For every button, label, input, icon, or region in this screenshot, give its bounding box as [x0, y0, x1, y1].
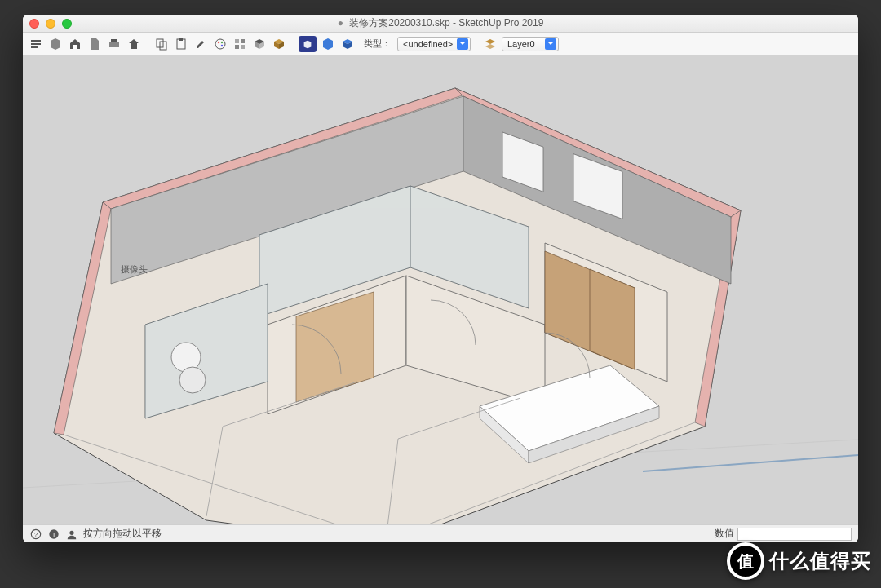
svg-point-41 [179, 367, 206, 393]
svg-text:?: ? [34, 530, 38, 537]
value-input[interactable] [737, 528, 852, 541]
scene-label-camera: 摄像头 [121, 264, 148, 274]
palette-icon[interactable] [212, 36, 228, 52]
chevron-down-icon [545, 38, 556, 50]
components-icon[interactable] [47, 36, 64, 52]
layers-icon[interactable] [482, 36, 498, 52]
user-icon[interactable] [65, 528, 78, 541]
info-icon[interactable]: i [47, 528, 60, 541]
materials-icon[interactable] [232, 36, 248, 52]
svg-rect-0 [109, 42, 119, 47]
svg-rect-1 [111, 39, 117, 42]
type-select-value: <undefined> [403, 39, 453, 49]
svg-rect-13 [241, 45, 245, 49]
svg-text:i: i [53, 530, 55, 537]
cube-icon[interactable] [271, 36, 287, 52]
paste-icon[interactable] [173, 36, 189, 52]
watermark: 值 什么值得买 [727, 542, 871, 580]
watermark-badge: 值 [727, 542, 764, 580]
print-icon[interactable] [106, 36, 122, 52]
watermark-text: 什么值得买 [769, 548, 871, 574]
layer-select[interactable]: Layer0 [502, 37, 559, 51]
svg-point-46 [69, 530, 73, 534]
box-icon[interactable] [339, 36, 356, 52]
statusbar-hint: 按方向拖动以平移 [83, 527, 162, 541]
svg-point-8 [221, 41, 223, 42]
zoom-button[interactable] [62, 19, 72, 29]
paint-icon[interactable] [193, 36, 209, 52]
svg-rect-10 [235, 39, 239, 43]
svg-point-7 [218, 41, 219, 42]
svg-rect-5 [179, 38, 183, 41]
svg-rect-12 [235, 45, 239, 49]
chevron-down-icon [457, 38, 468, 50]
toolbar: 类型： <undefined> Layer0 [23, 33, 858, 55]
minimize-button[interactable] [46, 19, 55, 29]
titlebar: ● 装修方案20200310.skp - SketchUp Pro 2019 [23, 15, 858, 33]
layer-select-value: Layer0 [507, 39, 535, 49]
svg-point-6 [215, 39, 225, 49]
app-window: ● 装修方案20200310.skp - SketchUp Pro 2019 类… [23, 15, 858, 542]
model-info-icon[interactable] [28, 36, 44, 52]
block-icon[interactable] [251, 36, 268, 52]
help-icon[interactable]: ? [29, 528, 42, 541]
type-label: 类型： [364, 38, 391, 50]
value-label: 数值 [715, 527, 734, 541]
house-icon[interactable] [67, 36, 83, 52]
window-controls [29, 19, 72, 29]
home-icon[interactable] [126, 36, 142, 52]
3dwarehouse-icon[interactable] [299, 36, 317, 52]
unsaved-indicator: ● [338, 17, 343, 29]
copy-icon[interactable] [153, 36, 170, 52]
svg-point-9 [221, 44, 223, 46]
file-icon[interactable] [86, 36, 103, 52]
svg-rect-11 [241, 39, 245, 43]
window-title: ● 装修方案20200310.skp - SketchUp Pro 2019 [23, 16, 858, 30]
close-button[interactable] [29, 19, 39, 29]
title-text: 装修方案20200310.skp - SketchUp Pro 2019 [349, 17, 543, 29]
statusbar: ? i 按方向拖动以平移 数值 [23, 524, 858, 542]
type-select[interactable]: <undefined> [397, 37, 471, 51]
svg-line-15 [643, 455, 858, 471]
model-canvas: 摄像头 [23, 55, 858, 524]
extension-icon[interactable] [320, 36, 336, 52]
viewport-3d[interactable]: 摄像头 [23, 55, 858, 524]
